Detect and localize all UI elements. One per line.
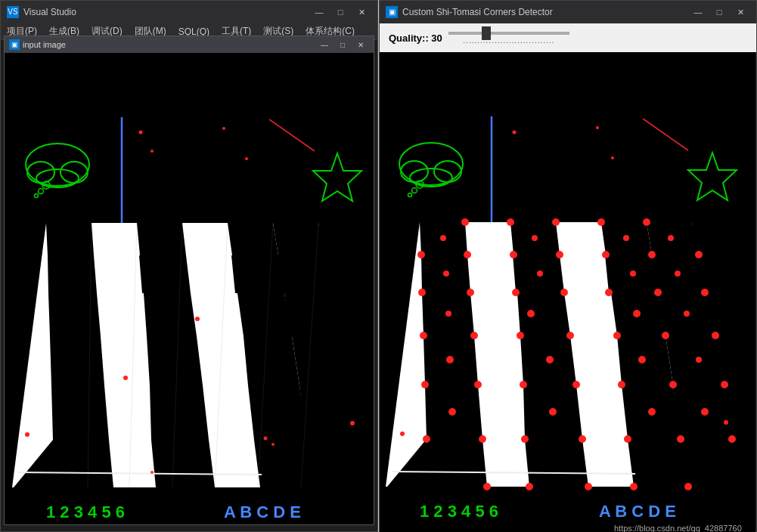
svg-point-142 [668, 235, 674, 241]
vs-minimize-btn[interactable]: — [309, 5, 329, 20]
svg-point-149 [633, 310, 641, 317]
vs-maximize-btn[interactable]: □ [330, 5, 350, 20]
svg-point-52 [271, 443, 275, 446]
svg-point-155 [448, 408, 456, 416]
svg-point-150 [684, 311, 690, 317]
svg-point-48 [195, 317, 200, 321]
svg-point-141 [623, 235, 629, 241]
svg-marker-90 [525, 439, 588, 487]
svg-point-143 [443, 271, 449, 277]
svg-point-144 [537, 271, 543, 277]
svg-point-121 [474, 381, 482, 388]
right-canvas: 1 2 3 4 5 6 A B C D E https://blog.csdn.… [380, 52, 755, 532]
svg-point-54 [350, 421, 355, 425]
quality-label: Quality:: 30 [389, 32, 442, 44]
svg-marker-34 [151, 440, 215, 487]
svg-point-107 [467, 289, 474, 296]
svg-point-161 [611, 156, 614, 159]
svg-point-153 [638, 356, 646, 363]
svg-point-105 [695, 251, 703, 258]
input-image-close-btn[interactable]: ✕ [352, 39, 369, 51]
input-image-controls: — □ ✕ [316, 39, 369, 51]
vs-window-controls: — □ ✕ [309, 5, 371, 20]
svg-point-152 [546, 356, 554, 363]
detector-titlebar: ▣ Custom Shi-Tomasi Corners Detector — □… [380, 1, 756, 23]
svg-marker-15 [228, 223, 278, 255]
input-image-titlebar: ▣ input image — □ ✕ [5, 36, 374, 53]
svg-point-95 [507, 218, 514, 226]
svg-point-118 [662, 332, 669, 339]
svg-marker-19 [231, 255, 284, 293]
svg-point-162 [400, 431, 405, 436]
quality-slider[interactable] [448, 32, 569, 35]
vs-close-btn[interactable]: ✕ [352, 5, 371, 20]
svg-marker-84 [665, 336, 724, 385]
detector-maximize-btn[interactable]: □ [709, 5, 729, 20]
svg-point-51 [264, 437, 268, 441]
svg-marker-92 [679, 439, 732, 487]
svg-marker-25 [50, 336, 104, 385]
quality-slider-container: ................................ [448, 32, 569, 45]
svg-point-151 [446, 356, 454, 363]
svg-marker-17 [48, 255, 97, 293]
detector-window: ▣ Custom Shi-Tomasi Corners Detector — □… [379, 0, 757, 532]
svg-point-160 [596, 126, 599, 129]
svg-marker-28 [292, 336, 351, 385]
svg-point-128 [479, 435, 486, 443]
svg-point-103 [602, 251, 610, 258]
svg-point-125 [669, 381, 677, 388]
detector-icon: ▣ [386, 6, 398, 18]
svg-marker-27 [244, 336, 299, 385]
svg-point-148 [445, 311, 451, 317]
svg-point-124 [618, 381, 625, 388]
input-image-maximize-btn[interactable]: □ [334, 39, 351, 51]
svg-point-112 [701, 289, 709, 296]
svg-marker-22 [144, 293, 197, 336]
svg-marker-20 [277, 255, 331, 293]
svg-text:1 2 3 4 5 6: 1 2 3 4 5 6 [46, 503, 125, 521]
svg-text:A  B  C  D  E: A B C D E [599, 502, 676, 521]
svg-point-117 [613, 332, 621, 339]
svg-point-132 [677, 435, 684, 443]
svg-point-156 [549, 408, 557, 416]
svg-marker-23 [237, 293, 292, 336]
svg-point-133 [728, 435, 736, 443]
svg-point-101 [510, 251, 517, 258]
svg-marker-29 [51, 385, 109, 440]
svg-point-126 [721, 381, 728, 388]
input-image-minimize-btn[interactable]: — [316, 39, 333, 51]
svg-point-53 [150, 471, 154, 474]
svg-point-108 [512, 289, 520, 296]
svg-marker-78 [517, 292, 570, 336]
svg-point-134 [483, 483, 491, 490]
svg-point-135 [526, 483, 533, 490]
svg-point-130 [579, 435, 586, 443]
svg-point-136 [585, 483, 592, 490]
svg-point-45 [222, 127, 225, 130]
input-image-icon: ▣ [9, 39, 20, 50]
watermark-text: https://blog.csdn.net/qq_42887760 [614, 524, 742, 532]
detector-close-btn[interactable]: ✕ [731, 5, 750, 20]
svg-point-50 [25, 432, 29, 437]
quality-bar: Quality:: 30 ...........................… [380, 23, 756, 52]
detector-title: Custom Shi-Tomasi Corners Detector [402, 7, 684, 17]
svg-point-47 [245, 157, 248, 160]
svg-point-110 [605, 289, 613, 296]
svg-point-137 [630, 483, 638, 490]
quality-dots: ................................ [463, 36, 554, 45]
svg-point-111 [654, 289, 662, 296]
svg-point-109 [560, 289, 568, 296]
svg-point-106 [418, 289, 426, 296]
svg-point-94 [461, 218, 469, 226]
svg-point-114 [470, 332, 478, 339]
svg-point-127 [423, 435, 430, 443]
svg-point-97 [597, 218, 605, 226]
svg-point-147 [527, 310, 535, 317]
svg-point-98 [643, 218, 650, 226]
svg-point-154 [696, 357, 702, 363]
svg-point-116 [566, 332, 574, 339]
svg-point-158 [701, 408, 709, 416]
svg-marker-32 [299, 385, 358, 440]
detector-minimize-btn[interactable]: — [688, 5, 708, 20]
svg-marker-24 [284, 293, 342, 336]
